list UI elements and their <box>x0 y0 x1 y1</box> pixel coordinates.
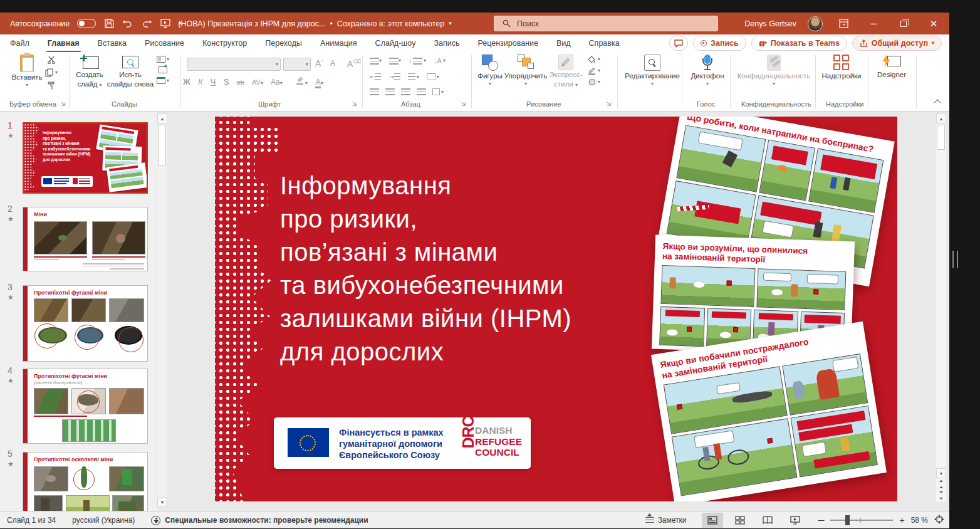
align-center-button[interactable] <box>385 88 395 95</box>
shapes-button[interactable]: Фигуры▾ <box>475 55 505 86</box>
shrink-font-button[interactable]: Аˇ <box>330 58 337 68</box>
change-case-button[interactable]: Aa▾ <box>271 78 283 86</box>
tab-design[interactable]: Конструктор <box>201 36 248 50</box>
panel-scroll-up-icon[interactable]: ▲ <box>157 113 167 123</box>
editing-button[interactable]: Редактирование▾ <box>624 55 680 86</box>
document-title-area[interactable]: (НОВА) Презентація з ІНРМ для дорос... •… <box>144 13 486 34</box>
normal-view-button[interactable] <box>702 513 723 528</box>
zoom-level[interactable]: 58 % <box>911 516 928 525</box>
line-spacing-button[interactable]: ↕▾ <box>409 58 426 65</box>
language-indicator[interactable]: русский (Украина) <box>72 516 135 525</box>
collapse-ribbon-chevron-icon[interactable] <box>935 98 942 103</box>
layout-button[interactable]: ▾ <box>157 56 169 63</box>
tab-help[interactable]: Справка <box>588 36 621 50</box>
previous-slide-icon[interactable]: ⏶⏶ <box>936 479 946 490</box>
smartart-convert-button[interactable]: ▾ <box>432 88 444 95</box>
accessibility-status[interactable]: Специальные возможности: проверьте реком… <box>151 516 368 525</box>
align-right-button[interactable] <box>401 88 410 95</box>
zoom-slider[interactable] <box>830 520 893 521</box>
tab-review[interactable]: Рецензирование <box>476 36 540 50</box>
panel-scroll-down-icon[interactable]: ▼ <box>157 497 167 507</box>
strikethrough-button[interactable]: ab <box>237 78 244 86</box>
designer-button[interactable]: Designer <box>872 55 911 79</box>
zoom-in-icon[interactable]: + <box>899 515 904 525</box>
slide-canvas[interactable]: Інформування про ризики, пов’язані з мін… <box>215 117 897 501</box>
zoom-out-icon[interactable]: ─ <box>818 515 825 525</box>
panel-scrollbar-thumb[interactable] <box>158 125 166 166</box>
ribbon-display-options-icon[interactable] <box>834 13 853 34</box>
window-resize-handle[interactable] <box>952 251 958 268</box>
font-name-combobox[interactable]: ▾ <box>187 58 281 71</box>
thumbnail-panel-scrollbar[interactable]: ▲ ▼ <box>157 113 167 507</box>
tab-record[interactable]: Запись <box>432 36 461 50</box>
tab-slideshow[interactable]: Слайд-шоу <box>374 36 417 50</box>
record-button[interactable]: Запись <box>693 36 746 51</box>
comments-button[interactable] <box>669 36 688 51</box>
next-slide-icon[interactable]: ⏷⏷ <box>936 491 946 501</box>
section-button[interactable]: ▾ <box>157 77 169 84</box>
italic-button[interactable]: К <box>198 77 203 86</box>
notes-button[interactable]: Заметки <box>645 516 687 525</box>
reading-view-button[interactable] <box>757 513 778 528</box>
fit-to-window-icon[interactable] <box>934 515 944 526</box>
thumbnail-slide-1[interactable]: Інформуванняпро ризики,пов’язані з мінам… <box>23 122 148 194</box>
shape-fill-button[interactable]: ▾ <box>588 56 600 63</box>
font-dialog-launcher[interactable]: ⇲ <box>352 101 357 107</box>
sensitivity-button[interactable]: Конфиденциальность▾ <box>734 55 813 86</box>
slide-scrollbar-thumb[interactable] <box>937 125 945 150</box>
addins-button[interactable]: Надстройки <box>820 55 863 80</box>
numbering-button[interactable]: ▾ <box>389 58 401 65</box>
funding-logo-card[interactable]: Фінансується в рамках гуманітарної допом… <box>274 417 531 469</box>
format-painter-button[interactable] <box>45 81 58 90</box>
increase-indent-button[interactable]: ⇥ <box>388 73 400 80</box>
save-icon[interactable] <box>103 18 115 29</box>
close-button[interactable]: ✕ <box>924 13 943 34</box>
font-size-combobox[interactable]: ▾ <box>283 58 311 71</box>
minimize-button[interactable]: ─ <box>864 13 883 34</box>
tab-animations[interactable]: Анимация <box>319 36 358 50</box>
thumbnail-slide-5[interactable]: Протипіхотні осколкові міни <box>23 452 148 511</box>
slide-area-scrollbar[interactable]: ▲ ▼ ⏶⏶ ⏷⏷ <box>936 113 946 502</box>
show-in-teams-button[interactable]: T Показать в Teams <box>751 36 847 51</box>
clipboard-dialog-launcher[interactable]: ⇲ <box>61 101 66 107</box>
tab-insert[interactable]: Вставка <box>96 36 128 50</box>
undo-icon[interactable] <box>122 18 133 29</box>
text-direction-button[interactable]: ↓A▾ <box>434 57 446 65</box>
tab-file[interactable]: Файл <box>9 36 31 50</box>
columns-button[interactable]: ▾ <box>408 73 419 80</box>
bold-button[interactable]: Ж <box>183 77 190 86</box>
thumbnail-slide-4[interactable]: Протипіхотні фугасні міни (касетні боєпр… <box>23 369 148 444</box>
text-shadow-button[interactable]: S <box>224 77 229 86</box>
reset-slide-button[interactable] <box>157 66 169 73</box>
thumbnail-slide-3[interactable]: Протипіхотні фугасні міни <box>23 285 148 362</box>
quick-styles-button[interactable]: Экспресс- стили ▾ <box>548 55 584 88</box>
reuse-slides-button[interactable]: Исп-ть слайды снова <box>107 55 154 88</box>
shape-outline-button[interactable]: ▾ <box>588 67 600 75</box>
bullets-button[interactable]: ▾ <box>370 58 382 65</box>
grow-font-button[interactable]: А^ <box>315 58 323 68</box>
slideshow-view-button[interactable] <box>785 513 806 528</box>
justify-button[interactable] <box>417 88 426 95</box>
tab-transitions[interactable]: Переходы <box>264 36 303 50</box>
zoom-slider-thumb[interactable] <box>845 515 850 525</box>
tab-draw[interactable]: Рисование <box>143 36 185 50</box>
slide-counter[interactable]: Слайд 1 из 34 <box>7 516 56 525</box>
font-color-button[interactable]: А▾ <box>315 77 323 86</box>
drawing-dialog-launcher[interactable]: ⇲ <box>607 101 612 107</box>
tab-home[interactable]: Главная <box>46 36 81 50</box>
clear-formatting-button[interactable]: А⌫ <box>347 58 361 69</box>
decrease-indent-button[interactable]: ⇤ <box>370 73 381 80</box>
underline-button[interactable]: Ч <box>211 77 216 86</box>
slide-scroll-up-icon[interactable]: ▲ <box>936 113 946 123</box>
slide-sorter-view-button[interactable] <box>729 513 751 528</box>
align-left-button[interactable] <box>370 88 379 95</box>
dictate-button[interactable]: Диктофон▾ <box>688 55 727 86</box>
cut-button[interactable] <box>45 56 58 64</box>
new-slide-button[interactable]: Создать слайд ▾ <box>74 55 105 88</box>
paste-button[interactable]: Вставить▾ <box>9 55 45 88</box>
eraser-button[interactable]: ▾ <box>588 78 600 85</box>
slide-title[interactable]: Інформування про ризики, пов’язані з мін… <box>280 169 571 369</box>
search-input[interactable]: Поиск <box>494 16 718 31</box>
copy-button[interactable]: ▾ <box>45 68 58 77</box>
share-button[interactable]: Общий доступ ▾ <box>852 36 942 51</box>
